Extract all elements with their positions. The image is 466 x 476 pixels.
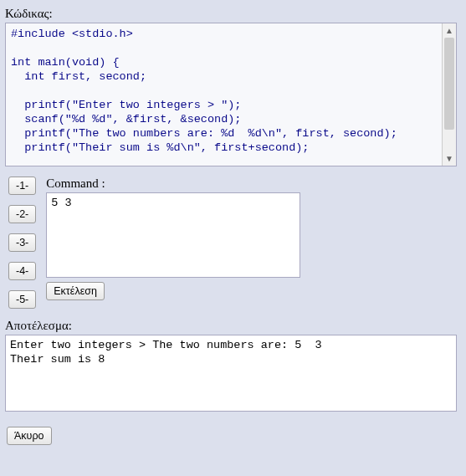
code-scrollbar[interactable]: ▲ ▼ [442, 23, 456, 166]
number-buttons-column: -1- -2- -3- -4- -5- [8, 177, 36, 309]
execute-button[interactable]: Εκτέλεση [46, 282, 105, 300]
scroll-up-icon[interactable]: ▲ [443, 23, 457, 38]
scroll-thumb[interactable] [444, 38, 454, 130]
scroll-down-icon[interactable]: ▼ [443, 151, 457, 166]
num-button-4[interactable]: -4- [8, 262, 36, 280]
command-input[interactable] [46, 192, 300, 278]
code-section-label: Κώδικας: [5, 7, 461, 21]
cancel-button[interactable]: Άκυρο [7, 427, 52, 445]
scroll-track[interactable] [443, 38, 456, 151]
result-output: Enter two integers > The two numbers are… [5, 335, 457, 412]
result-section-label: Αποτέλεσμα: [5, 319, 461, 333]
num-button-5[interactable]: -5- [8, 290, 36, 309]
num-button-2[interactable]: -2- [8, 205, 36, 223]
command-label: Command : [46, 177, 300, 191]
code-content: #include <stdio.h> int main(void) { int … [6, 23, 442, 158]
num-button-3[interactable]: -3- [8, 233, 36, 252]
num-button-1[interactable]: -1- [8, 177, 36, 195]
code-editor[interactable]: #include <stdio.h> int main(void) { int … [5, 23, 457, 166]
